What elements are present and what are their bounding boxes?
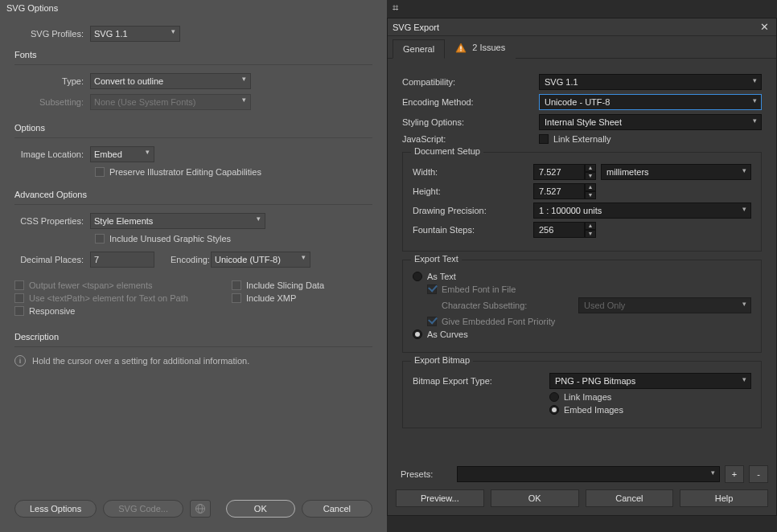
height-stepper[interactable]: ▲▼ (585, 183, 596, 199)
responsive-checkbox[interactable] (14, 306, 24, 316)
output-tspan-checkbox (14, 280, 24, 290)
link-images-radio[interactable] (549, 392, 559, 402)
globe-icon (190, 500, 211, 518)
info-icon: i (14, 355, 26, 366)
font-type-select[interactable]: Convert to outline (90, 73, 251, 89)
encoding-select[interactable]: Unicode (UTF-8) (211, 252, 310, 268)
styling-options-label: Styling Options: (402, 117, 539, 127)
embed-font-checkbox (427, 284, 437, 294)
svg-rect-4 (460, 47, 461, 50)
tab-general[interactable]: General (393, 39, 445, 59)
javascript-label: JavaScript: (402, 134, 539, 144)
description-header: Description (14, 332, 372, 342)
textpath-label: Use <textPath> element for Text on Path (29, 293, 188, 303)
svg-profiles-label: SVG Profiles: (14, 29, 90, 39)
subsetting-select: None (Use System Fonts) (90, 94, 251, 110)
tab-issues[interactable]: 2 Issues (445, 38, 516, 59)
css-properties-label: CSS Properties: (14, 216, 90, 226)
decimal-places-label: Decimal Places: (14, 255, 90, 264)
unused-styles-label: Include Unused Graphic Styles (109, 234, 231, 243)
dialog-title: SVG Export (393, 23, 757, 32)
ok-button[interactable]: OK (226, 500, 295, 518)
preset-add-button[interactable]: + (725, 465, 744, 483)
embed-font-label: Embed Font in File (442, 284, 516, 294)
styling-options-select[interactable]: Internal Style Sheet (539, 114, 762, 130)
options-header: Options (14, 123, 372, 133)
document-setup-legend: Document Setup (411, 146, 483, 156)
export-text-legend: Export Text (411, 254, 462, 264)
image-location-select[interactable]: Embed (90, 146, 154, 162)
encoding-label: Encoding: (154, 255, 211, 264)
as-curves-label: As Curves (427, 329, 468, 339)
link-externally-checkbox[interactable] (539, 134, 549, 144)
slicing-checkbox[interactable] (232, 280, 241, 290)
output-tspan-label: Output fewer <tspan> elements (29, 280, 152, 290)
crop-icon: ⌗ (393, 2, 398, 14)
compatibility-label: Compatibility: (402, 77, 539, 87)
cancel-button[interactable]: Cancel (586, 489, 674, 507)
dialog-title: SVG Options (0, 0, 387, 16)
compatibility-select[interactable]: SVG 1.1 (539, 74, 762, 90)
width-label: Width: (413, 167, 533, 177)
cancel-button[interactable]: Cancel (302, 500, 372, 518)
document-setup-group: Document Setup Width: ▲▼ millimeters Hei… (402, 152, 762, 252)
decimal-places-input[interactable] (90, 252, 154, 268)
xmp-checkbox[interactable] (232, 293, 241, 303)
svg-code-button: SVG Code... (103, 500, 183, 518)
char-subsetting-select: Used Only (578, 297, 751, 313)
textpath-checkbox (14, 293, 24, 303)
xmp-label: Include XMP (246, 293, 296, 303)
as-curves-radio[interactable] (413, 329, 422, 339)
encoding-method-select[interactable]: Unicode - UTF-8 (539, 94, 762, 110)
description-text: Hold the cursor over a setting for addit… (32, 356, 249, 366)
precision-label: Drawing Precision: (413, 206, 533, 215)
preserve-editing-label: Preserve Illustrator Editing Capabilitie… (109, 167, 261, 177)
responsive-label: Responsive (29, 306, 75, 316)
width-stepper[interactable]: ▲▼ (585, 164, 596, 180)
app-background (387, 0, 777, 18)
type-label: Type: (14, 76, 90, 86)
preserve-editing-checkbox[interactable] (95, 167, 105, 177)
svg-profiles-select[interactable]: SVG 1.1 (90, 26, 180, 42)
precision-select[interactable]: 1 : 100000 units (533, 203, 751, 219)
char-subsetting-label: Character Subsetting: (442, 301, 578, 310)
ok-button[interactable]: OK (491, 489, 579, 507)
link-externally-label: Link Externally (553, 134, 611, 144)
bitmap-type-select[interactable]: PNG - PNG Bitmaps (549, 373, 751, 389)
embed-images-radio[interactable] (549, 405, 559, 415)
units-select[interactable]: millimeters (601, 164, 751, 180)
less-options-button[interactable]: Less Options (14, 500, 97, 518)
export-text-group: Export Text As Text Embed Font in File C… (402, 260, 762, 353)
embed-images-label: Embed Images (564, 405, 623, 415)
help-button[interactable]: Help (680, 489, 768, 507)
warning-icon (455, 43, 467, 54)
link-images-label: Link Images (564, 392, 611, 402)
export-bitmap-legend: Export Bitmap (411, 355, 473, 365)
fountain-steps-label: Fountain Steps: (413, 225, 533, 235)
presets-select[interactable] (457, 466, 720, 482)
export-bitmap-group: Export Bitmap Bitmap Export Type: PNG - … (402, 361, 762, 428)
presets-label: Presets: (396, 469, 452, 479)
svg-export-dialog: SVG Export ✕ General 2 Issues Compatibil… (387, 18, 777, 516)
as-text-radio[interactable] (413, 272, 422, 281)
width-input[interactable] (533, 164, 585, 180)
height-input[interactable] (533, 183, 585, 199)
as-text-label: As Text (427, 272, 456, 281)
tab-bar: General 2 Issues (388, 36, 776, 59)
svg-options-dialog: SVG Options SVG Profiles: SVG 1.1 Fonts … (0, 0, 387, 532)
close-icon[interactable]: ✕ (757, 21, 771, 33)
preview-button[interactable]: Preview... (396, 489, 484, 507)
give-priority-checkbox (427, 317, 437, 326)
give-priority-label: Give Embedded Font Priority (442, 317, 555, 326)
encoding-method-label: Encoding Method: (402, 97, 539, 107)
subsetting-label: Subsetting: (14, 97, 90, 107)
fountain-steps-input[interactable] (533, 222, 585, 238)
image-location-label: Image Location: (14, 149, 90, 159)
slicing-label: Include Slicing Data (246, 280, 324, 290)
preset-remove-button[interactable]: - (749, 465, 768, 483)
svg-rect-5 (460, 50, 461, 51)
css-properties-select[interactable]: Style Elements (90, 213, 265, 229)
height-label: Height: (413, 186, 533, 196)
fountain-stepper[interactable]: ▲▼ (585, 222, 596, 238)
unused-styles-checkbox[interactable] (95, 234, 105, 243)
